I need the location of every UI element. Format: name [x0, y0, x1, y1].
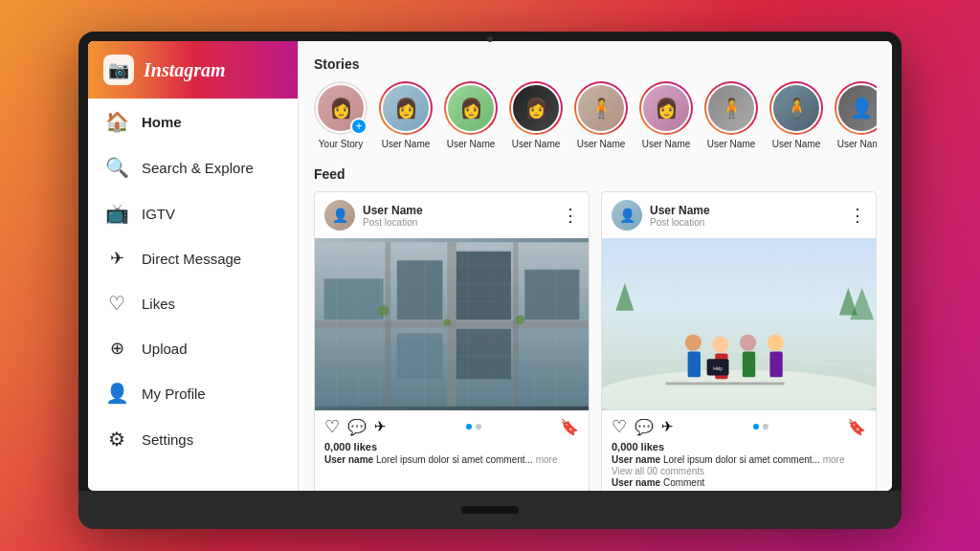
svg-rect-9 [397, 334, 443, 380]
search-icon: 🔍 [105, 156, 128, 179]
camera-dot [487, 36, 493, 42]
main-content: Stories 👩 + Your Story 👩 User Name [299, 41, 892, 491]
svg-rect-25 [743, 352, 755, 378]
sidebar-item-igtv-label: IGTV [142, 206, 175, 222]
post2-caption-user: User name [612, 454, 660, 465]
post2-more-button[interactable]: ⋮ [849, 207, 866, 224]
post2-bookmark-icon[interactable]: 🔖 [847, 418, 866, 436]
likes-icon: ♡ [105, 292, 128, 315]
sidebar-item-search-label: Search & Explore [142, 160, 254, 176]
story-item-4[interactable]: 🧍 User Name [574, 81, 628, 149]
post1-share-icon[interactable]: ✈ [374, 418, 387, 435]
story-item-5[interactable]: 👩 User Name [639, 81, 693, 149]
post1-comment-icon[interactable]: 💬 [347, 418, 367, 436]
direct-icon: ✈ [105, 248, 128, 269]
post1-footer: 0,000 likes User name Lorel ipsum dolor … [315, 439, 589, 473]
story1-avatar-wrap: 👩 [379, 81, 433, 135]
story2-avatar-wrap: 👩 [444, 81, 498, 135]
svg-text:Help: Help [713, 366, 723, 371]
post2-avatar: 👤 [612, 200, 642, 231]
story7-name: User Name [772, 139, 821, 149]
post1-more-link[interactable]: more [536, 454, 558, 465]
post2-image: Help [602, 238, 876, 410]
stories-row: 👩 + Your Story 👩 User Name 👩 User Name [314, 81, 877, 149]
story5-avatar-wrap: 👩 [639, 81, 693, 135]
svg-point-13 [443, 319, 451, 326]
story5-name: User Name [642, 139, 691, 149]
story-item-1[interactable]: 👩 User Name [379, 81, 433, 149]
story6-avatar: 🧍 [706, 83, 756, 133]
post2-more-link[interactable]: more [823, 454, 845, 465]
sidebar-item-settings[interactable]: ⚙ Settings [88, 416, 298, 462]
story4-avatar-wrap: 🧍 [574, 81, 628, 135]
sidebar-item-likes-label: Likes [142, 296, 175, 312]
story1-name: User Name [382, 139, 431, 149]
sidebar-item-home[interactable]: 🏠 Home [88, 99, 298, 144]
story4-name: User Name [577, 139, 626, 149]
post1-more-button[interactable]: ⋮ [562, 207, 579, 224]
sidebar-item-profile[interactable]: 👤 My Profile [88, 370, 298, 416]
sidebar-item-search[interactable]: 🔍 Search & Explore [88, 144, 298, 190]
laptop-frame: 📷 Instagram 🏠 Home 🔍 Search & Explore 📺 … [78, 32, 902, 519]
svg-point-22 [712, 336, 728, 352]
story3-avatar-wrap: 👩 [509, 81, 563, 135]
your-story-avatar-wrap: 👩 + [314, 81, 368, 135]
post2-dots [681, 424, 839, 430]
post1-bookmark-icon[interactable]: 🔖 [560, 418, 579, 436]
story8-avatar-wrap: 👤 [835, 81, 877, 135]
story-item-3[interactable]: 👩 User Name [509, 81, 563, 149]
post1-location: Post location [363, 217, 554, 228]
story-item-2[interactable]: 👩 User Name [444, 81, 498, 149]
post2-location: Post location [650, 217, 841, 228]
post2-likes: 0,000 likes [612, 441, 866, 452]
post1-header: 👤 User Name Post location ⋮ [315, 192, 589, 238]
post2-heart-icon[interactable]: ♡ [612, 416, 627, 437]
post1-caption: User name Lorel ipsum dolor si amet comm… [324, 454, 579, 465]
feed-section-title: Feed [314, 166, 877, 182]
feed-grid: 👤 User Name Post location ⋮ [314, 191, 877, 491]
story-item-your[interactable]: 👩 + Your Story [314, 81, 368, 149]
post1-actions: ♡ 💬 ✈ 🔖 [315, 410, 589, 439]
stories-section-title: Stories [314, 56, 877, 72]
post2-comment-icon[interactable]: 💬 [635, 418, 654, 436]
story-item-7[interactable]: 🧍 User Name [769, 81, 823, 149]
sidebar-item-direct[interactable]: ✈ Direct Message [88, 236, 298, 280]
sidebar-item-igtv[interactable]: 📺 IGTV [88, 190, 298, 236]
post2-user-info: User Name Post location [650, 204, 841, 228]
sidebar-item-upload[interactable]: ⊕ Upload [88, 326, 298, 370]
your-story-name: Your Story [319, 139, 363, 149]
post2-header: 👤 User Name Post location ⋮ [602, 192, 876, 238]
dot-inactive [476, 424, 481, 430]
post1-avatar: 👤 [324, 200, 355, 231]
story8-name: User Name [837, 139, 877, 149]
post2-username: User Name [650, 204, 841, 217]
sidebar-item-likes[interactable]: ♡ Likes [88, 280, 298, 326]
svg-rect-5 [397, 260, 443, 320]
post2-view-comments[interactable]: View all 00 comments [612, 466, 866, 476]
story5-avatar: 👩 [641, 83, 691, 133]
story-item-6[interactable]: 🧍 User Name [704, 81, 758, 149]
story-item-8[interactable]: 👤 User Name [835, 81, 877, 149]
post2-actions: ♡ 💬 ✈ 🔖 [602, 410, 876, 439]
igtv-icon: 📺 [105, 202, 128, 225]
story6-avatar-wrap: 🧍 [704, 81, 758, 135]
post1-image [315, 238, 589, 410]
post1-heart-icon[interactable]: ♡ [324, 416, 340, 437]
post1-caption-text: Lorel ipsum dolor si amet comment... [376, 454, 533, 465]
post1-likes: 0,000 likes [324, 441, 579, 452]
story3-name: User Name [512, 139, 561, 149]
svg-rect-10 [457, 329, 511, 379]
settings-icon: ⚙ [105, 428, 128, 451]
laptop-notch [461, 506, 519, 514]
svg-rect-27 [769, 352, 782, 378]
story1-avatar: 👩 [381, 83, 431, 133]
city-svg [315, 238, 589, 410]
sidebar-item-home-label: Home [142, 114, 182, 130]
post2-caption-text: Lorel ipsum dolor si amet comment... [663, 454, 820, 465]
story3-avatar: 👩 [511, 83, 561, 133]
post2-share-icon[interactable]: ✈ [661, 418, 674, 435]
post-card-1: 👤 User Name Post location ⋮ [314, 191, 590, 491]
app-name: Instagram [144, 59, 226, 81]
story7-avatar-wrap: 🧍 [769, 81, 823, 135]
svg-rect-7 [324, 278, 384, 320]
